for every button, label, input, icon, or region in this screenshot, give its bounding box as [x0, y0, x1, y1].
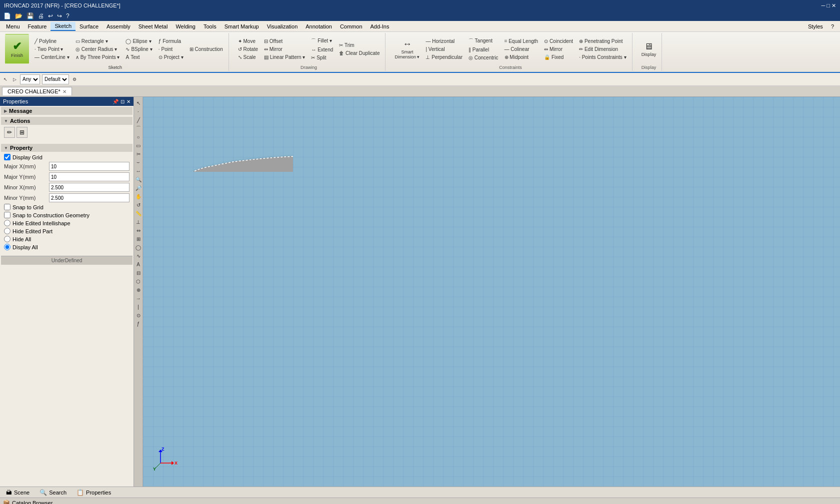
minor-y-input[interactable]: [49, 193, 130, 202]
qa-save[interactable]: 💾: [25, 12, 36, 20]
menu-assembly[interactable]: Assembly: [102, 22, 134, 30]
qa-new[interactable]: 📄: [2, 12, 12, 20]
tool-measure[interactable]: 📏: [134, 209, 142, 217]
parallel-btn[interactable]: ∥ Parallel: [466, 46, 501, 53]
tool-trim[interactable]: ✂: [134, 150, 142, 158]
viewport[interactable]: X Y: [143, 97, 840, 487]
by-three-points-btn[interactable]: ∧ By Three Points ▾: [73, 53, 122, 61]
message-section-header[interactable]: ▶ Message: [1, 107, 132, 115]
edit-dimension-btn[interactable]: ✏ Edit Dimension: [576, 45, 628, 53]
perpendicular-btn[interactable]: ⊥ Perpendicular: [423, 53, 464, 61]
midpoint-btn[interactable]: ⊕ Midpoint: [502, 53, 541, 61]
properties-tool[interactable]: ⚙: [71, 76, 78, 83]
panel-close-btn[interactable]: ✕: [126, 99, 130, 104]
tool-project[interactable]: ⊙: [134, 311, 142, 319]
project-btn[interactable]: ⊙ Project ▾: [156, 53, 186, 61]
bottom-tab-search[interactable]: 🔍 Search: [38, 489, 68, 497]
display-grid-checkbox[interactable]: [4, 154, 10, 160]
qa-open[interactable]: 📂: [14, 12, 24, 20]
snap-construction-checkbox[interactable]: [4, 212, 10, 218]
equal-length-btn[interactable]: = Equal Length: [502, 37, 541, 45]
menu-help-icon[interactable]: ?: [827, 22, 838, 30]
tool-copy[interactable]: ⊞: [134, 235, 142, 243]
tangent-btn[interactable]: ⌒ Tangent: [466, 36, 501, 45]
tool-formula[interactable]: ƒ: [134, 320, 142, 328]
colinear-btn[interactable]: — Colinear: [502, 45, 541, 53]
points-constraints-btn[interactable]: · Points Constraints ▾: [576, 53, 628, 61]
vertical-btn[interactable]: | Vertical: [423, 45, 464, 53]
tool-construction[interactable]: ⊟: [134, 269, 142, 277]
tool-line[interactable]: ╱: [134, 116, 142, 124]
menu-menu[interactable]: Menu: [2, 22, 24, 30]
grid-action-btn[interactable]: ⊞: [16, 127, 28, 138]
default-selector[interactable]: Default: [42, 74, 69, 84]
hide-intellishape-radio[interactable]: [4, 220, 10, 226]
trim-btn[interactable]: ✂ Trim: [336, 41, 382, 49]
construction-btn[interactable]: ⊞ Construction: [187, 45, 226, 53]
hide-edited-part-radio[interactable]: [4, 228, 10, 234]
point-btn[interactable]: · Point: [156, 45, 186, 53]
hide-all-radio[interactable]: [4, 236, 10, 242]
menu-visualization[interactable]: Visualization: [263, 22, 302, 30]
bottom-tab-scene[interactable]: 🏔 Scene: [4, 489, 32, 497]
centerline-btn[interactable]: — CenterLine ▾: [32, 53, 72, 61]
tool-rect[interactable]: ▭: [134, 141, 142, 149]
smart-dimension-btn[interactable]: ↔ SmartDimension ▾: [392, 37, 422, 61]
tool-point[interactable]: ·: [134, 107, 142, 115]
tool-pan[interactable]: ✋: [134, 192, 142, 200]
formula-btn[interactable]: ƒ Formula: [156, 37, 186, 45]
cursor-tool[interactable]: ↖: [2, 76, 9, 83]
move-btn[interactable]: ✦ Move: [236, 37, 260, 45]
tool-zoom-out[interactable]: 🔎: [134, 184, 142, 192]
menu-annotation[interactable]: Annotation: [302, 22, 336, 30]
snap-grid-checkbox[interactable]: [4, 204, 10, 210]
tool-text[interactable]: A: [134, 260, 142, 268]
coincident-btn[interactable]: ⊙ Coincident: [542, 37, 576, 45]
tool-fillet[interactable]: ⌣: [134, 158, 142, 166]
mirror-constraint-btn[interactable]: ⇔ Mirror: [542, 45, 576, 53]
rectangle-btn[interactable]: ▭ Rectangle ▾: [73, 37, 122, 45]
tool-ellipse[interactable]: ◯: [134, 243, 142, 251]
display-btn[interactable]: 🖥 Display: [639, 40, 659, 58]
ellipse-btn[interactable]: ◯ Ellipse ▾: [123, 37, 154, 45]
actions-section-header[interactable]: ▼ Actions: [1, 117, 132, 125]
menu-smartmarkup[interactable]: Smart Markup: [220, 22, 263, 30]
horizontal-btn[interactable]: — Horizontal: [423, 37, 464, 45]
penetrating-point-btn[interactable]: ⊕ Penetrating Point: [576, 37, 628, 45]
menu-feature[interactable]: Feature: [24, 22, 51, 30]
polyline-btn[interactable]: ╱ Polyline: [32, 37, 72, 45]
minimize-btn[interactable]: ─: [821, 2, 825, 8]
tool-spline[interactable]: ∿: [134, 252, 142, 260]
qa-print[interactable]: 🖨: [36, 12, 46, 20]
tool-extend[interactable]: →: [134, 294, 142, 302]
menu-tools[interactable]: Tools: [200, 22, 220, 30]
two-point-btn[interactable]: · Two Point ▾: [32, 45, 72, 53]
tool-select[interactable]: ↖: [134, 99, 142, 107]
rotate-btn[interactable]: ↺ Rotate: [236, 45, 260, 53]
fillet-btn[interactable]: ⌒ Fillet ▾: [308, 36, 336, 45]
tool-rotate3d[interactable]: ↺: [134, 201, 142, 209]
text-btn[interactable]: A Text: [123, 53, 154, 61]
close-btn[interactable]: ✕: [832, 2, 836, 8]
linear-pattern-btn[interactable]: ▤ Linear Pattern ▾: [262, 53, 308, 61]
maximize-btn[interactable]: □: [826, 2, 830, 8]
tool-polygon[interactable]: ⬡: [134, 277, 142, 285]
tool-circle[interactable]: ○: [134, 133, 142, 141]
fixed-btn[interactable]: 🔒 Fixed: [542, 53, 576, 61]
doc-tab-close[interactable]: ✕: [62, 89, 66, 94]
split-btn[interactable]: ✂ Split: [308, 54, 336, 61]
center-radius-btn[interactable]: ◎ Center Radius ▾: [73, 45, 122, 53]
panel-float-btn[interactable]: ⊡: [120, 99, 124, 104]
qa-undo[interactable]: ↩: [46, 12, 54, 20]
menu-surface[interactable]: Surface: [76, 22, 102, 30]
panel-pin-btn[interactable]: 📌: [112, 99, 118, 104]
finish-button[interactable]: ✔ Finish: [5, 34, 29, 64]
tool-constraint[interactable]: ⊥: [134, 218, 142, 226]
qa-help[interactable]: ?: [64, 12, 71, 20]
select-tool[interactable]: ▷: [11, 76, 18, 83]
tool-split[interactable]: |: [134, 303, 142, 311]
tool-dimension[interactable]: ↔: [134, 167, 142, 175]
edit-action-btn[interactable]: ✏: [4, 127, 15, 138]
minor-x-input[interactable]: [49, 183, 130, 192]
bottom-tab-properties[interactable]: 📋 Properties: [74, 489, 113, 497]
